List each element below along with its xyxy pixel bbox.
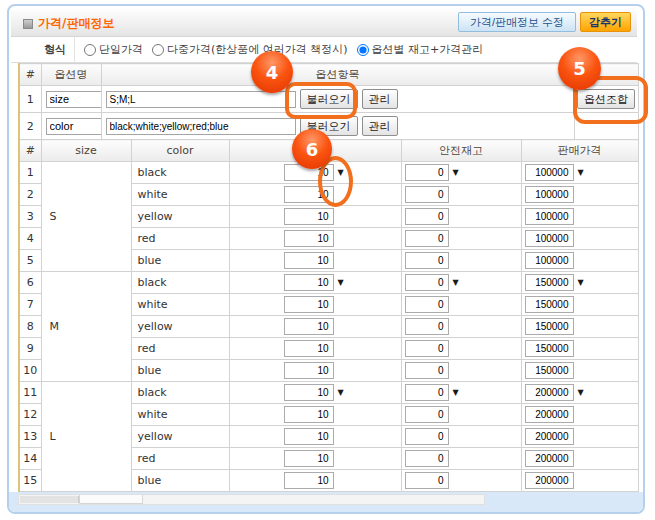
price-input[interactable]: [525, 208, 574, 225]
option-name-input[interactable]: [46, 91, 102, 108]
stock-input[interactable]: [284, 428, 334, 445]
stock-input[interactable]: [284, 208, 334, 225]
hide-button[interactable]: 감추기: [580, 12, 631, 32]
color-cell: white: [131, 184, 229, 206]
option-row-number: 2: [19, 113, 41, 140]
callout-step-6: 6: [292, 129, 332, 169]
callout-step-5: 5: [558, 47, 601, 90]
safety-stock-input[interactable]: [405, 318, 449, 335]
format-label: 형식: [11, 37, 75, 62]
safety-stock-input[interactable]: [405, 362, 449, 379]
highlight-load-options: [285, 82, 357, 119]
price-input[interactable]: [525, 340, 574, 357]
safety-stock-input[interactable]: [405, 340, 449, 357]
price-input[interactable]: [525, 472, 574, 489]
option-values-input[interactable]: [106, 118, 296, 135]
stock-row: 6Mblack▼▼▼: [19, 272, 638, 294]
stock-input[interactable]: [284, 230, 334, 247]
footer-bar: [9, 492, 643, 512]
price-input[interactable]: [525, 406, 574, 423]
color-cell: white: [131, 294, 229, 316]
copy-down-arrow-icon[interactable]: ▼: [453, 169, 459, 177]
horizontal-scrollbar[interactable]: [18, 494, 485, 505]
scrollbar-thumb-light[interactable]: [79, 495, 143, 504]
row-number: 9: [19, 338, 41, 360]
safety-stock-input[interactable]: [405, 186, 449, 203]
radio-multi-price[interactable]: 다중가격(한상품에 여러가격 책정시): [152, 42, 348, 57]
row-number: 13: [19, 426, 41, 448]
color-cell: yellow: [131, 426, 229, 448]
stock-input[interactable]: [284, 318, 334, 335]
price-input[interactable]: [525, 186, 574, 203]
copy-down-arrow-icon[interactable]: ▼: [578, 389, 584, 397]
stock-input[interactable]: [284, 296, 334, 313]
color-cell: blue: [131, 470, 229, 492]
row-number: 8: [19, 316, 41, 338]
scrollbar-thumb[interactable]: [20, 496, 79, 503]
radio-single-price[interactable]: 단일가격: [84, 42, 143, 57]
safety-stock-input[interactable]: [405, 164, 449, 181]
row-number: 2: [19, 184, 41, 206]
price-input[interactable]: [525, 428, 574, 445]
radio-single-price-input[interactable]: [84, 44, 96, 56]
price-input[interactable]: [525, 230, 574, 247]
price-input[interactable]: [525, 274, 574, 291]
copy-down-arrow-icon[interactable]: ▼: [453, 279, 459, 287]
color-cell: red: [131, 448, 229, 470]
stock-input[interactable]: [284, 340, 334, 357]
row-number: 4: [19, 228, 41, 250]
option-col-num: #: [19, 64, 41, 86]
safety-stock-input[interactable]: [405, 274, 449, 291]
stock-input[interactable]: [284, 252, 334, 269]
row-number: 15: [19, 470, 41, 492]
price-input[interactable]: [525, 362, 574, 379]
copy-down-arrow-icon[interactable]: ▼: [578, 169, 584, 177]
color-cell: black: [131, 382, 229, 404]
safety-stock-input[interactable]: [405, 406, 449, 423]
color-cell: blue: [131, 360, 229, 382]
copy-down-arrow-icon[interactable]: ▼: [578, 279, 584, 287]
stock-input[interactable]: [284, 472, 334, 489]
row-number: 5: [19, 250, 41, 272]
stock-input[interactable]: [284, 406, 334, 423]
stock-input[interactable]: [284, 362, 334, 379]
color-cell: red: [131, 338, 229, 360]
price-input[interactable]: [525, 164, 574, 181]
price-input[interactable]: [525, 384, 574, 401]
stock-col-size: size: [41, 140, 131, 162]
stock-input[interactable]: [284, 274, 334, 291]
safety-stock-input[interactable]: [405, 450, 449, 467]
copy-down-arrow-icon[interactable]: ▼: [453, 389, 459, 397]
safety-stock-input[interactable]: [405, 208, 449, 225]
safety-stock-input[interactable]: [405, 472, 449, 489]
row-number: 12: [19, 404, 41, 426]
title-bar: 가격/판매정보 가격/판매정보 수정 감추기: [11, 8, 637, 37]
copy-down-arrow-icon[interactable]: ▼: [338, 279, 344, 287]
option-col-name: 옵션명: [41, 64, 101, 86]
manage-options-button[interactable]: 관리: [362, 116, 398, 136]
price-input[interactable]: [525, 296, 574, 313]
safety-stock-input[interactable]: [405, 230, 449, 247]
row-number: 11: [19, 382, 41, 404]
color-cell: yellow: [131, 206, 229, 228]
option-values-input[interactable]: [106, 91, 296, 108]
edit-price-info-button[interactable]: 가격/판매정보 수정: [458, 12, 576, 32]
option-name-input[interactable]: [46, 118, 102, 135]
stock-input[interactable]: [284, 450, 334, 467]
stock-col-color: color: [131, 140, 229, 162]
radio-option-stock-price-input[interactable]: [357, 44, 369, 56]
safety-stock-input[interactable]: [405, 296, 449, 313]
price-input[interactable]: [525, 450, 574, 467]
safety-stock-input[interactable]: [405, 252, 449, 269]
safety-stock-input[interactable]: [405, 384, 449, 401]
price-input[interactable]: [525, 252, 574, 269]
manage-options-button[interactable]: 관리: [362, 89, 398, 109]
radio-option-stock-price[interactable]: 옵션별 재고+가격관리: [357, 42, 484, 57]
radio-multi-price-input[interactable]: [152, 44, 164, 56]
price-input[interactable]: [525, 318, 574, 335]
stock-input[interactable]: [284, 384, 334, 401]
safety-stock-input[interactable]: [405, 428, 449, 445]
option-row-number: 1: [19, 86, 41, 113]
copy-down-arrow-icon[interactable]: ▼: [338, 389, 344, 397]
panel-frame: 가격/판매정보 가격/판매정보 수정 감추기 형식 단일가격 다중가격(한상품에…: [7, 4, 645, 514]
